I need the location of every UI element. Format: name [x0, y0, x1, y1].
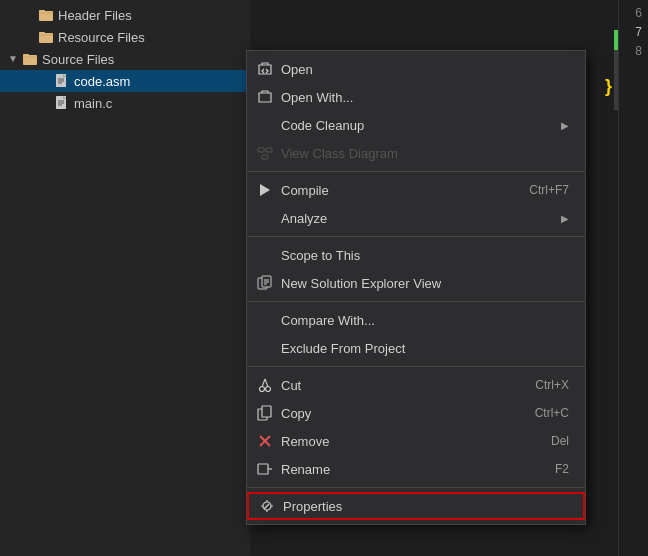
compile-icon [255, 180, 275, 200]
menu-item-rename-label: Rename [281, 462, 535, 477]
menu-item-view-class-diagram: View Class Diagram [247, 139, 585, 167]
compare-icon [255, 310, 275, 330]
svg-point-24 [266, 387, 271, 392]
svg-rect-16 [262, 155, 268, 159]
folder-open-icon [22, 51, 38, 67]
menu-item-rename[interactable]: Rename F2 [247, 455, 585, 483]
tree-item-source-files[interactable]: Source Files [0, 48, 250, 70]
svg-line-26 [265, 379, 268, 387]
menu-item-cut-shortcut: Ctrl+X [535, 378, 569, 392]
copy-icon [255, 403, 275, 423]
properties-icon [257, 496, 277, 516]
svg-rect-0 [39, 11, 53, 21]
menu-item-copy-shortcut: Ctrl+C [535, 406, 569, 420]
menu-item-compile-shortcut: Ctrl+F7 [529, 183, 569, 197]
tree-item-label: code.asm [74, 74, 130, 89]
menu-item-scope-to-this[interactable]: Scope to This [247, 241, 585, 269]
tree-item-header-files[interactable]: Header Files [0, 4, 250, 26]
line-number: 7 [619, 23, 642, 42]
exclude-icon [255, 338, 275, 358]
file-asm-icon [54, 73, 70, 89]
tree-item-code-asm[interactable]: code.asm [0, 70, 250, 92]
svg-rect-14 [258, 148, 264, 152]
menu-item-open-with-label: Open With... [281, 90, 569, 105]
menu-separator [247, 171, 585, 172]
menu-item-copy[interactable]: Copy Ctrl+C [247, 399, 585, 427]
svg-rect-3 [39, 32, 45, 34]
menu-item-code-cleanup-label: Code Cleanup [281, 118, 557, 133]
tree-item-label: Resource Files [58, 30, 145, 45]
context-menu: Open Open With... Code Cleanup ▶ View Cl… [246, 50, 586, 525]
folder-icon [38, 29, 54, 45]
menu-item-properties-label: Properties [283, 499, 567, 514]
tree-item-label: Header Files [58, 8, 132, 23]
svg-point-23 [260, 387, 265, 392]
class-diagram-icon [255, 143, 275, 163]
menu-item-remove-shortcut: Del [551, 434, 569, 448]
svg-rect-4 [23, 55, 37, 65]
code-cleanup-icon [255, 115, 275, 135]
menu-item-exclude-from-project[interactable]: Exclude From Project [247, 334, 585, 362]
arrow-icon [24, 31, 36, 43]
editor-scrollbar[interactable] [614, 50, 618, 110]
svg-rect-15 [266, 148, 272, 152]
submenu-arrow-icon: ▶ [561, 120, 569, 131]
menu-item-analyze[interactable]: Analyze ▶ [247, 204, 585, 232]
svg-rect-5 [23, 54, 29, 56]
svg-line-25 [262, 379, 265, 387]
menu-item-open-label: Open [281, 62, 569, 77]
arrow-down-icon [8, 53, 20, 65]
open-with-icon [255, 87, 275, 107]
menu-item-properties[interactable]: Properties [247, 492, 585, 520]
menu-separator [247, 366, 585, 367]
menu-item-cut[interactable]: Cut Ctrl+X [247, 371, 585, 399]
line-number: 8 [619, 42, 642, 61]
tree-item-label: Source Files [42, 52, 114, 67]
menu-item-compare-with-label: Compare With... [281, 313, 569, 328]
svg-rect-2 [39, 33, 53, 43]
submenu-arrow-icon: ▶ [561, 213, 569, 224]
menu-item-copy-label: Copy [281, 406, 515, 421]
file-c-icon [54, 95, 70, 111]
menu-item-compile[interactable]: Compile Ctrl+F7 [247, 176, 585, 204]
svg-rect-1 [39, 10, 45, 12]
menu-item-open-with[interactable]: Open With... [247, 83, 585, 111]
open-icon [255, 59, 275, 79]
remove-icon [255, 431, 275, 451]
menu-item-cut-label: Cut [281, 378, 515, 393]
menu-item-remove-label: Remove [281, 434, 531, 449]
arrow-icon [24, 9, 36, 21]
svg-rect-31 [258, 464, 268, 474]
new-explorer-icon [255, 273, 275, 293]
analyze-icon [255, 208, 275, 228]
menu-item-scope-to-this-label: Scope to This [281, 248, 569, 263]
menu-separator [247, 301, 585, 302]
tree-item-main-c[interactable]: main.c [0, 92, 250, 114]
scope-icon [255, 245, 275, 265]
menu-item-compile-label: Compile [281, 183, 509, 198]
tree-item-label: main.c [74, 96, 112, 111]
menu-item-new-solution-explorer[interactable]: New Solution Explorer View [247, 269, 585, 297]
menu-item-view-class-diagram-label: View Class Diagram [281, 146, 569, 161]
change-indicator [614, 30, 618, 50]
menu-item-exclude-from-project-label: Exclude From Project [281, 341, 569, 356]
line-numbers-panel: 6 7 8 [618, 0, 648, 556]
menu-separator [247, 236, 585, 237]
menu-item-analyze-label: Analyze [281, 211, 557, 226]
svg-rect-28 [262, 406, 271, 417]
folder-icon [38, 7, 54, 23]
line-number: 6 [619, 4, 642, 23]
svg-marker-17 [260, 184, 270, 196]
menu-item-compare-with[interactable]: Compare With... [247, 306, 585, 334]
rename-icon [255, 459, 275, 479]
menu-item-open[interactable]: Open [247, 55, 585, 83]
menu-separator [247, 487, 585, 488]
menu-item-new-solution-explorer-label: New Solution Explorer View [281, 276, 569, 291]
cut-icon [255, 375, 275, 395]
tree-item-resource-files[interactable]: Resource Files [0, 26, 250, 48]
menu-item-remove[interactable]: Remove Del [247, 427, 585, 455]
menu-item-rename-shortcut: F2 [555, 462, 569, 476]
brace-character: } [605, 76, 612, 97]
solution-explorer-tree: Header Files Resource Files Source Files [0, 0, 250, 556]
menu-item-code-cleanup[interactable]: Code Cleanup ▶ [247, 111, 585, 139]
